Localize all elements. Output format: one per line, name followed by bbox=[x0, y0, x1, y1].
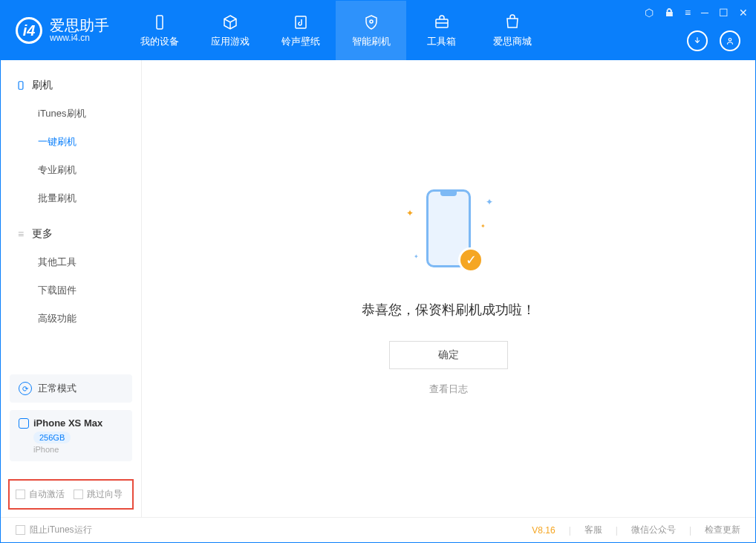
footer: 阻止iTunes运行 V8.16 | 客服 | 微信公众号 | 检查更新 bbox=[1, 517, 755, 542]
device-panel: ⟳ 正常模式 iPhone XS Max 256GB iPhone bbox=[10, 374, 132, 461]
storage-badge: 256GB bbox=[33, 432, 71, 443]
success-illustration: ✓ ✦ ✦ ✦ ✦ bbox=[400, 182, 497, 279]
app-url: www.i4.cn bbox=[50, 33, 109, 43]
menu-icon[interactable]: ≡ bbox=[685, 7, 691, 19]
footer-link-wechat[interactable]: 微信公众号 bbox=[631, 524, 676, 536]
nav-tab-label: 工具箱 bbox=[427, 35, 456, 48]
checkbox[interactable] bbox=[16, 490, 25, 499]
svg-rect-0 bbox=[157, 16, 163, 29]
version-label: V8.16 bbox=[532, 525, 555, 536]
sidebar-item-download-firmware[interactable]: 下载固件 bbox=[1, 276, 141, 305]
user-button[interactable] bbox=[720, 30, 740, 51]
header: i4 爱思助手 www.i4.cn 我的设备 应用游戏 铃声壁纸 智能刷机 工具… bbox=[1, 1, 755, 60]
nav-tab-flash[interactable]: 智能刷机 bbox=[336, 1, 406, 60]
sidebar-section-flash: 刷机 bbox=[1, 71, 141, 100]
download-button[interactable] bbox=[687, 30, 708, 51]
sidebar-item-advanced[interactable]: 高级功能 bbox=[1, 305, 141, 333]
nav-tab-apps[interactable]: 应用游戏 bbox=[195, 1, 265, 60]
mode-icon: ⟳ bbox=[19, 382, 32, 395]
mode-label: 正常模式 bbox=[38, 382, 76, 395]
option-label: 自动激活 bbox=[29, 488, 65, 501]
minimize-button[interactable]: ─ bbox=[701, 7, 708, 19]
device-type: iPhone bbox=[33, 445, 123, 454]
section-title: 更多 bbox=[32, 227, 53, 241]
success-message: 恭喜您，保资料刷机成功啦！ bbox=[362, 301, 535, 319]
music-icon bbox=[292, 13, 310, 31]
device-icon bbox=[19, 418, 29, 429]
device-row[interactable]: iPhone XS Max 256GB iPhone bbox=[10, 410, 132, 461]
maximize-button[interactable]: ☐ bbox=[719, 7, 729, 19]
store-icon bbox=[504, 13, 521, 31]
sparkle-icon: ✦ bbox=[414, 253, 419, 260]
device-icon bbox=[151, 13, 169, 31]
check-icon: ✓ bbox=[458, 247, 483, 273]
section-title: 刷机 bbox=[32, 79, 53, 92]
nav-tab-device[interactable]: 我的设备 bbox=[124, 1, 195, 60]
logo-area: i4 爱思助手 www.i4.cn bbox=[1, 1, 124, 60]
nav-tab-label: 铃声壁纸 bbox=[281, 35, 320, 48]
nav-tab-label: 应用游戏 bbox=[211, 35, 250, 48]
list-icon: ≡ bbox=[16, 229, 26, 239]
nav-tab-label: 我的设备 bbox=[140, 35, 179, 48]
flash-options-highlight: 自动激活 跳过向导 bbox=[8, 479, 134, 510]
sparkle-icon: ✦ bbox=[480, 223, 486, 230]
sparkle-icon: ✦ bbox=[486, 197, 493, 207]
footer-link-service[interactable]: 客服 bbox=[584, 524, 602, 536]
confirm-button[interactable]: 确定 bbox=[389, 341, 508, 369]
download-icon bbox=[692, 36, 703, 46]
auto-activate-option[interactable]: 自动激活 bbox=[16, 488, 65, 501]
shield-icon bbox=[362, 13, 380, 31]
svg-rect-5 bbox=[19, 82, 23, 90]
window-controls: ⬡ 🔒︎ ≡ ─ ☐ ✕ bbox=[645, 7, 748, 19]
toolbox-icon bbox=[433, 13, 451, 31]
view-log-link[interactable]: 查看日志 bbox=[429, 383, 468, 396]
checkbox[interactable] bbox=[74, 490, 83, 499]
app-name: 爱思助手 bbox=[50, 18, 109, 33]
device-name: iPhone XS Max bbox=[33, 417, 102, 429]
nav-tab-label: 智能刷机 bbox=[352, 35, 391, 48]
sidebar: 刷机 iTunes刷机 一键刷机 专业刷机 批量刷机 ≡ 更多 其他工具 下载固… bbox=[1, 60, 142, 517]
cube-icon bbox=[221, 13, 239, 31]
sparkle-icon: ✦ bbox=[406, 208, 414, 218]
sidebar-item-batch-flash[interactable]: 批量刷机 bbox=[1, 184, 141, 212]
checkbox[interactable] bbox=[16, 525, 25, 535]
option-label: 阻止iTunes运行 bbox=[30, 524, 92, 536]
nav-tab-ringtones[interactable]: 铃声壁纸 bbox=[265, 1, 336, 60]
phone-icon bbox=[16, 80, 26, 91]
skip-guide-option[interactable]: 跳过向导 bbox=[74, 488, 123, 501]
sidebar-item-pro-flash[interactable]: 专业刷机 bbox=[1, 156, 141, 184]
sidebar-item-itunes-flash[interactable]: iTunes刷机 bbox=[1, 100, 141, 128]
main-content: ✓ ✦ ✦ ✦ ✦ 恭喜您，保资料刷机成功啦！ 确定 查看日志 bbox=[142, 60, 755, 517]
user-icon bbox=[725, 36, 735, 46]
nav-tab-store[interactable]: 爱思商城 bbox=[477, 1, 547, 60]
svg-point-2 bbox=[370, 20, 373, 23]
sidebar-item-oneclick-flash[interactable]: 一键刷机 bbox=[1, 128, 141, 156]
sidebar-item-other-tools[interactable]: 其他工具 bbox=[1, 248, 141, 276]
close-button[interactable]: ✕ bbox=[739, 7, 748, 19]
nav-tabs: 我的设备 应用游戏 铃声壁纸 智能刷机 工具箱 爱思商城 bbox=[124, 1, 547, 60]
nav-tab-toolbox[interactable]: 工具箱 bbox=[406, 1, 477, 60]
svg-point-4 bbox=[729, 39, 731, 42]
footer-link-update[interactable]: 检查更新 bbox=[705, 524, 740, 536]
svg-rect-1 bbox=[296, 16, 306, 28]
header-actions bbox=[687, 30, 740, 51]
shirt-icon[interactable]: ⬡ bbox=[645, 7, 654, 19]
body: 刷机 iTunes刷机 一键刷机 专业刷机 批量刷机 ≡ 更多 其他工具 下载固… bbox=[1, 60, 755, 517]
mode-row[interactable]: ⟳ 正常模式 bbox=[10, 374, 132, 403]
nav-tab-label: 爱思商城 bbox=[493, 35, 532, 48]
logo-icon: i4 bbox=[16, 17, 42, 44]
option-label: 跳过向导 bbox=[87, 488, 123, 501]
sidebar-section-more: ≡ 更多 bbox=[1, 220, 141, 248]
block-itunes-option[interactable]: 阻止iTunes运行 bbox=[16, 524, 92, 536]
lock-icon[interactable]: 🔒︎ bbox=[664, 7, 674, 19]
